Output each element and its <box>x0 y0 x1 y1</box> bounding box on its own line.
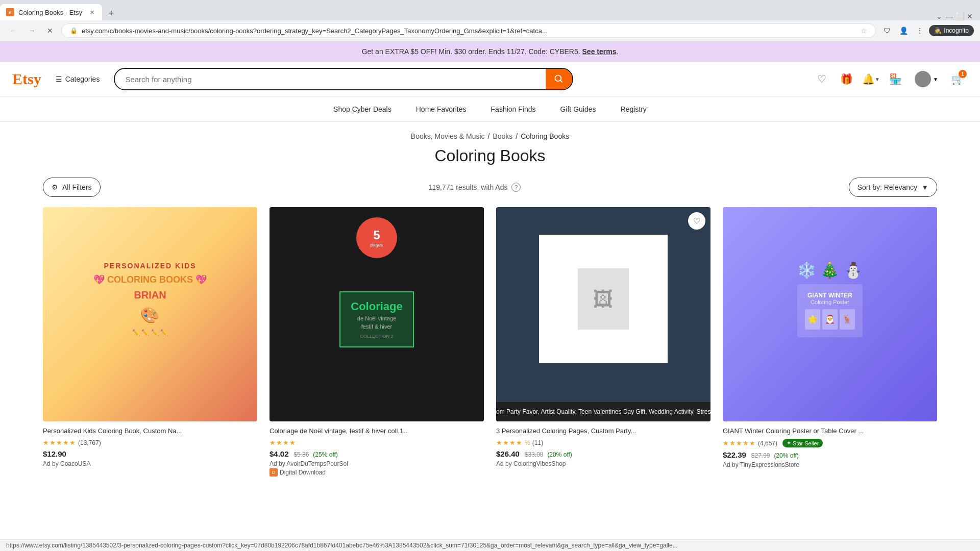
shop-icon: 🏪 <box>889 73 902 85</box>
product-seller-3: Ad by ColoringVibesShop <box>496 460 710 467</box>
avatar <box>915 71 931 87</box>
close-tab-button[interactable]: ✕ <box>88 8 96 16</box>
site-header: Etsy ☰ Categories ♡ 🎁 🔔 ▼ 🏪 <box>0 62 980 97</box>
review-count-1: (13,767) <box>78 439 101 446</box>
product-image-4[interactable]: ❄️ 🎄 ⛄ GIANT WINTER Coloring Poster 🌟 🎅 … <box>723 207 937 421</box>
new-tab-button[interactable]: + <box>104 6 118 20</box>
page-title: Coloring Books <box>43 146 937 165</box>
favorites-button[interactable]: ♡ <box>812 69 832 89</box>
active-tab[interactable]: e Coloring Books - Etsy ✕ <box>0 4 102 20</box>
bookmark-icon[interactable]: ☆ <box>861 27 867 35</box>
nav-item-fashion-finds[interactable]: Fashion Finds <box>491 103 536 115</box>
url-text: etsy.com/c/books-movies-and-music/books/… <box>82 27 856 35</box>
product-rating-3: ★★★★ ½ (11) <box>496 439 710 446</box>
heart-icon: ♡ <box>817 73 826 85</box>
all-filters-button[interactable]: ⚙ All Filters <box>43 178 101 197</box>
product-tooltip-text-3: 3 Personalized Coloring Pages, Custom Pa… <box>496 408 710 415</box>
nav-item-cyber-deals[interactable]: Shop Cyber Deals <box>333 103 391 115</box>
breadcrumb-books[interactable]: Books <box>493 132 512 140</box>
etsy-logo[interactable]: Etsy <box>12 70 41 88</box>
product-title-1: Personalized Kids Coloring Book, Custom … <box>43 427 257 436</box>
reload-button[interactable]: ✕ <box>43 23 57 38</box>
product-title-3: 3 Personalized Coloring Pages, Custom Pa… <box>496 427 710 436</box>
review-count-3: (11) <box>532 439 543 446</box>
product-card-4[interactable]: ❄️ 🎄 ⛄ GIANT WINTER Coloring Poster 🌟 🎅 … <box>723 207 937 477</box>
sort-chevron-icon: ▼ <box>921 183 928 191</box>
wishlist-button-3[interactable]: ♡ <box>688 212 705 230</box>
sort-label: Sort by: Relevancy <box>857 183 918 191</box>
seller-button[interactable]: 🏪 <box>885 69 905 89</box>
main-content: Books, Movies & Music / Books / Coloring… <box>31 122 949 487</box>
profile-button[interactable]: 👤 <box>896 23 911 38</box>
product-seller-1: Ad by CoacoUSA <box>43 460 257 467</box>
search-button[interactable] <box>546 69 572 89</box>
address-bar[interactable]: 🔒 etsy.com/c/books-movies-and-music/book… <box>61 23 876 38</box>
header-icons: ♡ 🎁 🔔 ▼ 🏪 ▼ 🛒 1 <box>812 68 968 90</box>
categories-button[interactable]: ☰ Categories <box>52 71 104 87</box>
hamburger-icon: ☰ <box>56 75 62 83</box>
notifications-button[interactable]: 🔔 ▼ <box>861 69 881 89</box>
product-grid: PERSONALIZED KIDS 💖 COLORING BOOKS 💖 BRI… <box>43 207 937 477</box>
product-price-3: $26.40 $33.00 (20% off) <box>496 449 710 458</box>
menu-button[interactable]: ⋮ <box>913 23 927 38</box>
breadcrumb-current: Coloring Books <box>521 132 569 140</box>
digital-icon: D <box>270 468 278 477</box>
incognito-icon: 🕵 <box>934 27 942 34</box>
search-bar <box>114 68 573 90</box>
stars-2: ★★★★ <box>270 439 296 446</box>
product-price-4: $22.39 $27.99 (20% off) <box>723 450 937 459</box>
categories-label: Categories <box>65 75 100 83</box>
product-title-2: Coloriage de Noël vintage, festif & hive… <box>270 427 484 436</box>
product-image-2[interactable]: 5 pages Coloriage de Noël vintage festif… <box>270 207 484 421</box>
notification-chevron: ▼ <box>875 77 880 82</box>
star-seller-icon: ✦ <box>787 440 791 446</box>
product-seller-4: Ad by TinyExpressionsStore <box>723 461 937 468</box>
digital-download-badge-2: D Digital Download <box>270 468 484 477</box>
tab-title: Coloring Books - Etsy <box>18 9 84 16</box>
cart-badge: 1 <box>959 70 967 78</box>
cart-button[interactable]: 🛒 1 <box>947 69 968 89</box>
security-icon: 🔒 <box>70 27 78 34</box>
breadcrumb-books-movies[interactable]: Books, Movies & Music <box>411 132 485 140</box>
filters-row: ⚙ All Filters 119,771 results, with Ads … <box>43 178 937 197</box>
stars-3: ★★★★ <box>496 439 523 446</box>
filter-icon: ⚙ <box>52 183 58 191</box>
nav-item-home-favorites[interactable]: Home Favorites <box>416 103 467 115</box>
product-price-2: $4.02 $5.36 (25% off) <box>270 449 484 458</box>
forward-button[interactable]: → <box>24 23 39 38</box>
breadcrumb-sep-1: / <box>488 132 490 140</box>
product-image-1[interactable]: PERSONALIZED KIDS 💖 COLORING BOOKS 💖 BRI… <box>43 207 257 421</box>
main-nav: Shop Cyber Deals Home Favorites Fashion … <box>0 97 980 122</box>
search-input[interactable] <box>115 70 546 89</box>
profile-chevron: ▼ <box>933 77 938 82</box>
help-icon[interactable]: ? <box>511 183 521 192</box>
product-seller-2: Ad by AvoirDuTempsPourSoi <box>270 460 484 467</box>
sort-button[interactable]: Sort by: Relevancy ▼ <box>849 178 937 197</box>
incognito-badge: 🕵 Incognito <box>929 25 974 36</box>
nav-item-registry[interactable]: Registry <box>621 103 647 115</box>
results-info: 119,771 results, with Ads ? <box>428 183 521 192</box>
nav-item-gift-guides[interactable]: Gift Guides <box>560 103 596 115</box>
product-image-3[interactable]: 🖼 ♡ 3 Personalized Coloring Pages, Custo… <box>496 207 710 421</box>
promo-link[interactable]: See terms <box>582 47 617 56</box>
bell-icon: 🔔 <box>862 73 875 85</box>
gift-button[interactable]: 🎁 <box>836 69 856 89</box>
product-card-2[interactable]: 5 pages Coloriage de Noël vintage festif… <box>270 207 484 477</box>
breadcrumb-sep-2: / <box>516 132 518 140</box>
product-card-1[interactable]: PERSONALIZED KIDS 💖 COLORING BOOKS 💖 BRI… <box>43 207 257 477</box>
gift-icon: 🎁 <box>840 73 853 85</box>
back-button[interactable]: ← <box>6 23 20 38</box>
product-price-1: $12.90 <box>43 449 257 458</box>
product-title-4: GIANT Winter Coloring Poster or Table Co… <box>723 427 937 436</box>
product-rating-2: ★★★★ <box>270 439 484 446</box>
product-rating-4: ★★★★★ (4,657) ✦ Star Seller <box>723 439 937 447</box>
stars-4: ★★★★★ <box>723 439 756 447</box>
extension-button[interactable]: 🛡 <box>880 23 894 38</box>
star-seller-badge-4: ✦ Star Seller <box>782 439 823 447</box>
promo-banner: Get an EXTRA $5 OFF! Min. $30 order. End… <box>0 41 980 62</box>
product-rating-1: ★★★★★ (13,767) <box>43 439 257 446</box>
results-count: 119,771 results, with Ads <box>428 183 508 191</box>
profile-button[interactable]: ▼ <box>910 68 943 90</box>
stars-1: ★★★★★ <box>43 439 76 446</box>
product-card-3[interactable]: 🖼 ♡ 3 Personalized Coloring Pages, Custo… <box>496 207 710 477</box>
